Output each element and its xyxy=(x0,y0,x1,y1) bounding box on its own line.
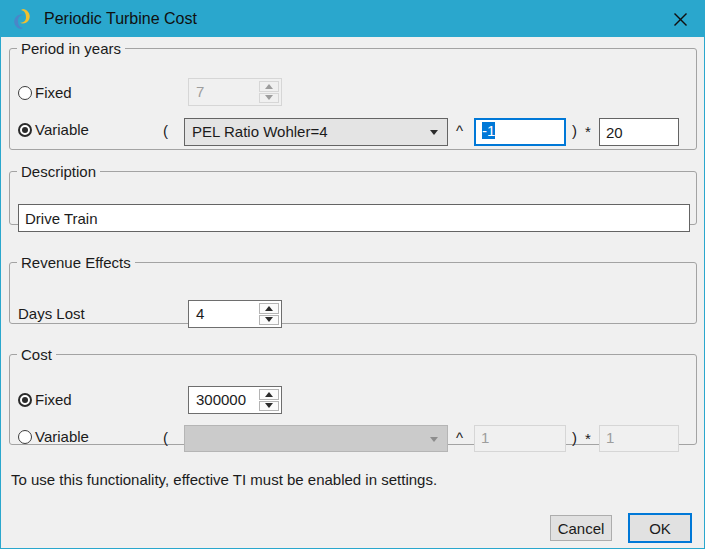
period-power-op: ^ xyxy=(456,122,463,139)
days-lost-value: 4 xyxy=(196,305,204,322)
cost-group: Cost Fixed 300000 Variable ( ^ 1 ) * xyxy=(9,346,697,445)
period-exponent-field[interactable]: -1 xyxy=(474,118,566,146)
period-exponent-value: -1 xyxy=(482,122,495,139)
spin-up-icon xyxy=(265,306,273,311)
chevron-down-icon xyxy=(430,437,438,442)
cost-open-paren: ( xyxy=(163,429,168,446)
settings-hint-text: To use this functionality, effective TI … xyxy=(11,471,437,488)
cost-factor-field: 1 xyxy=(599,425,679,452)
spin-up-button[interactable] xyxy=(259,303,279,314)
period-fixed-label: Fixed xyxy=(35,84,72,101)
period-combo-value: PEL Ratio Wohler=4 xyxy=(192,123,328,140)
close-button[interactable] xyxy=(656,1,704,37)
period-open-paren: ( xyxy=(163,122,168,139)
period-group: Period in years Fixed 7 Variable ( PEL R… xyxy=(9,40,697,150)
spin-down-icon xyxy=(265,317,273,322)
spin-down-button xyxy=(259,93,279,104)
description-group: Description xyxy=(9,163,697,225)
cost-multiply-op: * xyxy=(585,430,591,447)
days-lost-spinner[interactable]: 4 xyxy=(188,300,282,328)
cost-exponent-value: 1 xyxy=(481,429,489,446)
period-fixed-radio[interactable]: Fixed xyxy=(18,84,72,101)
cost-fixed-radio[interactable]: Fixed xyxy=(18,391,72,408)
radio-checked-icon xyxy=(18,393,32,407)
app-icon xyxy=(10,7,34,31)
radio-unchecked-icon xyxy=(18,86,32,100)
cost-fixed-value: 300000 xyxy=(196,391,246,408)
radio-unchecked-icon xyxy=(18,430,32,444)
cost-factor-value: 1 xyxy=(606,429,614,446)
cost-group-title: Cost xyxy=(17,346,56,363)
cost-variable-label: Variable xyxy=(35,428,89,445)
spin-down-icon xyxy=(265,95,273,100)
spin-up-button[interactable] xyxy=(259,389,279,400)
cost-fixed-label: Fixed xyxy=(35,391,72,408)
spin-up-icon xyxy=(265,84,273,89)
revenue-group-title: Revenue Effects xyxy=(17,254,135,271)
chevron-down-icon xyxy=(430,130,438,135)
period-close-paren: ) xyxy=(572,122,577,139)
period-multiply-op: * xyxy=(585,123,591,140)
periodic-turbine-cost-dialog: Periodic Turbine Cost Period in years Fi… xyxy=(0,0,705,549)
days-lost-label: Days Lost xyxy=(18,305,85,322)
cost-variable-combobox xyxy=(184,425,448,452)
window-title: Periodic Turbine Cost xyxy=(44,10,197,28)
period-variable-radio[interactable]: Variable xyxy=(18,121,89,138)
cost-exponent-field: 1 xyxy=(474,425,566,452)
titlebar[interactable]: Periodic Turbine Cost xyxy=(1,1,704,37)
cost-close-paren: ) xyxy=(572,429,577,446)
spin-down-button[interactable] xyxy=(259,315,279,326)
spin-down-icon xyxy=(265,403,273,408)
spin-down-button[interactable] xyxy=(259,401,279,412)
cost-fixed-spinner[interactable]: 300000 xyxy=(188,386,282,414)
period-fixed-spinner: 7 xyxy=(188,78,282,106)
close-icon xyxy=(673,12,688,27)
period-group-title: Period in years xyxy=(17,40,125,57)
radio-checked-icon xyxy=(18,123,32,137)
period-fixed-value: 7 xyxy=(196,83,204,100)
period-variable-label: Variable xyxy=(35,121,89,138)
spin-up-icon xyxy=(265,392,273,397)
cost-variable-radio[interactable]: Variable xyxy=(18,428,89,445)
period-factor-field[interactable] xyxy=(599,118,679,146)
period-variable-combobox[interactable]: PEL Ratio Wohler=4 xyxy=(184,118,448,146)
ok-button[interactable]: OK xyxy=(628,513,692,543)
description-group-title: Description xyxy=(17,163,100,180)
description-field[interactable] xyxy=(18,204,690,232)
cancel-button[interactable]: Cancel xyxy=(550,515,612,541)
spin-up-button xyxy=(259,81,279,92)
revenue-effects-group: Revenue Effects Days Lost 4 xyxy=(9,254,697,324)
cost-power-op: ^ xyxy=(456,429,463,446)
